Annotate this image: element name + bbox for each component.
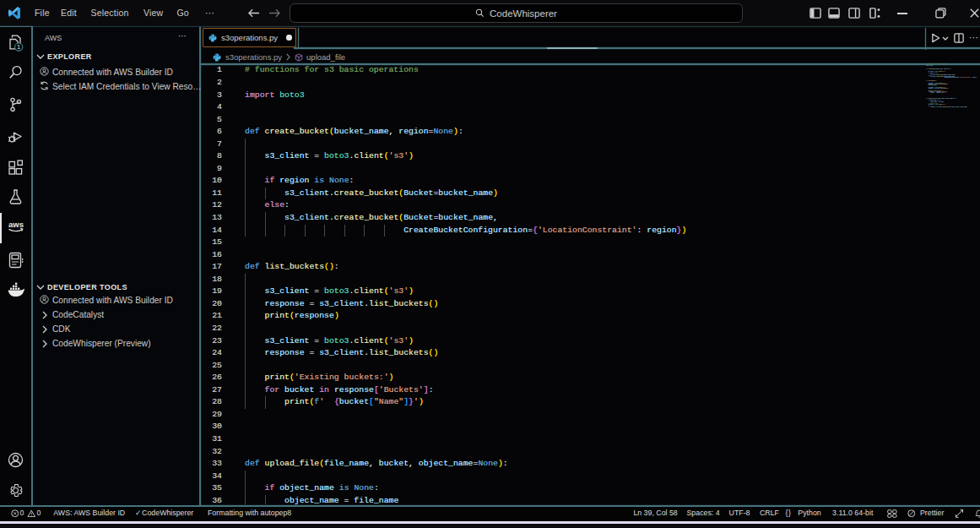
svg-text:1: 1 bbox=[17, 43, 20, 51]
svg-text:aws: aws bbox=[8, 220, 24, 229]
